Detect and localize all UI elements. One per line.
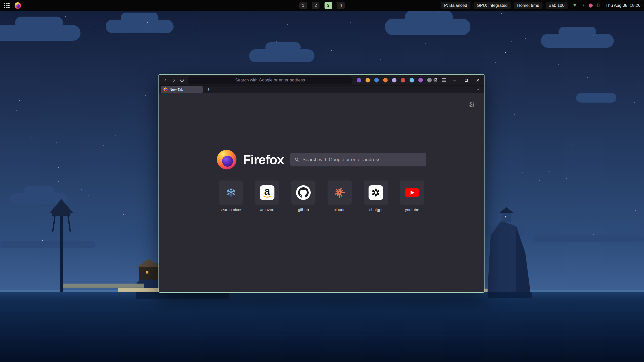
firefox-logo xyxy=(217,150,236,169)
workspace-button-2[interactable]: 2 xyxy=(312,2,319,9)
status-power-profile: P: Balanced xyxy=(441,2,470,9)
navigation-toolbar: Search with Google or enter address × xyxy=(159,75,484,85)
firefox-wordmark: Firefox xyxy=(243,152,284,167)
extensions-puzzle-icon[interactable] xyxy=(432,76,439,84)
chatgpt-logo-icon xyxy=(369,185,383,200)
newtab-search-placeholder: Search with Google or enter address xyxy=(302,157,380,162)
workspace-button-4[interactable]: 4 xyxy=(337,2,345,9)
newtab-hero: Firefox Search with Google or enter addr… xyxy=(159,150,484,169)
extension-icon-1[interactable] xyxy=(357,78,361,82)
window-controls: × xyxy=(452,77,480,83)
youtube-logo-icon xyxy=(405,188,419,197)
extension-icon-4[interactable] xyxy=(383,78,388,82)
tab-favicon xyxy=(164,87,168,92)
claude-logo-icon xyxy=(334,187,345,198)
tab-bar: New Tab + xyxy=(159,85,484,93)
shortcut-label: github xyxy=(298,208,309,212)
personalize-gear-icon[interactable]: ⚙ xyxy=(469,101,475,109)
shortcut-github[interactable]: github xyxy=(291,180,315,212)
device-icon xyxy=(596,3,600,8)
extension-icon-9[interactable] xyxy=(427,78,432,82)
forward-button[interactable] xyxy=(170,76,178,84)
shortcut-label: claude xyxy=(334,208,345,212)
extension-icon-7[interactable] xyxy=(410,78,414,82)
firefox-window: Search with Google or enter address × Ne… xyxy=(158,74,485,293)
back-button[interactable] xyxy=(162,76,169,84)
firefox-taskbar-icon[interactable] xyxy=(15,2,21,9)
status-ping: Home: 9ms xyxy=(514,2,542,9)
menu-button[interactable] xyxy=(440,76,447,84)
extension-icon-3[interactable] xyxy=(374,78,379,82)
shortcut-amazon[interactable]: a amazon xyxy=(255,180,279,212)
shortcut-search-nixos[interactable]: ❄ search.nixos xyxy=(219,180,243,212)
workspace-button-1[interactable]: 1 xyxy=(299,2,307,9)
extension-icon-5[interactable] xyxy=(392,78,396,82)
workspace-button-3[interactable]: 3 xyxy=(325,2,332,9)
extension-icons xyxy=(357,78,432,82)
list-all-tabs-chevron-icon[interactable] xyxy=(474,86,481,93)
newtab-search-input[interactable]: Search with Google or enter address xyxy=(290,153,426,166)
search-icon xyxy=(294,157,299,162)
color-indicator-icon xyxy=(589,4,593,8)
shortcut-label: chatgpt xyxy=(369,208,382,212)
shortcut-tiles: ❄ search.nixos a amazon xyxy=(159,180,484,212)
status-bar: 1 2 3 4 P: Balanced GPU: Integrated Home… xyxy=(0,0,644,11)
new-tab-button[interactable]: + xyxy=(205,86,212,93)
maximize-button[interactable] xyxy=(463,77,469,83)
bluetooth-icon xyxy=(581,3,585,8)
shortcut-claude[interactable]: claude xyxy=(328,180,352,212)
workspace-switcher: 1 2 3 4 xyxy=(299,0,345,11)
new-tab-page: ⚙ Firefox Search with Google or enter ad… xyxy=(159,93,484,292)
app-launcher-icon[interactable] xyxy=(4,2,10,9)
status-battery: Bat: 100 xyxy=(546,2,568,9)
reload-button[interactable] xyxy=(178,76,186,84)
close-button[interactable]: × xyxy=(475,77,480,83)
shortcut-chatgpt[interactable]: chatgpt xyxy=(364,180,388,212)
shortcut-label: search.nixos xyxy=(220,208,242,212)
shortcut-label: youtube xyxy=(405,208,419,212)
github-logo-icon xyxy=(296,185,311,200)
extension-icon-8[interactable] xyxy=(418,78,423,82)
status-gpu: GPU: Integrated xyxy=(474,2,511,9)
extension-icon-6[interactable] xyxy=(401,78,405,82)
nixos-snowflake-icon: ❄ xyxy=(226,187,236,199)
status-bar-right: P: Balanced GPU: Integrated Home: 9ms Ba… xyxy=(441,2,640,9)
status-bar-left xyxy=(4,2,21,9)
wifi-icon xyxy=(572,3,578,8)
minimize-button[interactable] xyxy=(452,77,457,83)
shortcut-label: amazon xyxy=(260,208,274,212)
url-bar-placeholder: Search with Google or enter address xyxy=(235,78,305,83)
status-icons xyxy=(572,3,600,8)
tab-title: New Tab xyxy=(170,87,183,92)
amazon-logo-icon: a xyxy=(260,185,274,200)
shortcut-youtube[interactable]: youtube xyxy=(400,180,424,212)
clock: Thu Aug 08, 18:26 xyxy=(606,3,640,8)
url-bar[interactable]: Search with Google or enter address xyxy=(188,76,352,84)
extension-icon-2[interactable] xyxy=(366,78,370,82)
tab-new-tab[interactable]: New Tab xyxy=(161,86,203,93)
